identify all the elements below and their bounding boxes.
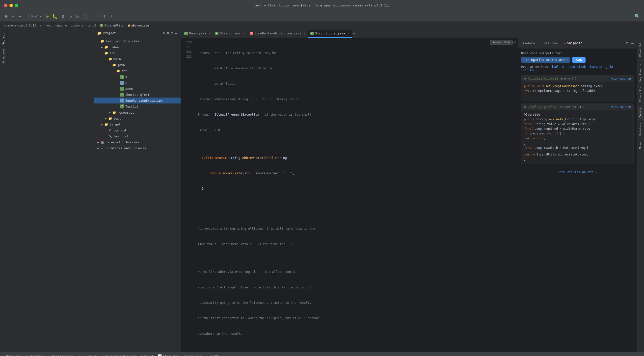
- tree-item-str[interactable]: ▾ 📁 str: [94, 68, 180, 74]
- side-right-tab-keypromoter[interactable]: Key Promoter: [638, 60, 643, 83]
- side-right-tab-maven[interactable]: Maven: [638, 139, 643, 151]
- method-link-isblank[interactable]: isBlank: [552, 65, 564, 68]
- bottom-tool-build[interactable]: ⚙ Build: [141, 354, 153, 356]
- tab-close-stringutils[interactable]: ×: [348, 32, 349, 35]
- toolbar-icon-extra[interactable]: ⚡: [109, 13, 114, 19]
- codota-settings-icon[interactable]: ⚙: [626, 41, 628, 45]
- minimize-button[interactable]: [10, 4, 13, 7]
- breadcrumb-lang3[interactable]: lang3: [87, 24, 96, 27]
- snippet-input-row: StringUtils.abbreviate × ADD: [521, 57, 634, 63]
- side-tab-project[interactable]: Project: [1, 31, 6, 46]
- sidebar-close-icon[interactable]: —: [174, 31, 178, 36]
- side-right-tab-plantuml[interactable]: Plant UML: [638, 40, 643, 59]
- maximize-button[interactable]: [15, 4, 18, 7]
- bottom-tool-profiler[interactable]: ⏱ Profiler: [26, 354, 44, 356]
- breadcrumb-commons[interactable]: commons: [71, 24, 84, 27]
- tab-close-demo[interactable]: ×: [208, 32, 210, 35]
- snippet-query-chip[interactable]: StringUtils.abbreviate ×: [521, 57, 570, 63]
- codota-tab-welcome[interactable]: Welcome: [542, 40, 559, 46]
- reader-mode-badge[interactable]: Reader Mode: [490, 40, 513, 45]
- bottom-tool-problems[interactable]: ⚠ Problems: [3, 354, 20, 356]
- side-right-tab-jclassfile[interactable]: JClassfile: [638, 84, 643, 105]
- breadcrumb-abbreviate[interactable]: ⬟ abbreviate: [128, 24, 149, 27]
- search-everywhere-button[interactable]: 🔍: [634, 14, 640, 19]
- tree-item-shortlongtest[interactable]: C ShortLongTest: [94, 92, 180, 97]
- tree-item-main[interactable]: ▾ 📁 main: [94, 56, 180, 62]
- build-icon: ⚙: [141, 354, 143, 356]
- bottom-tool-terminal[interactable]: ⬛ Terminal: [79, 354, 98, 356]
- github-icon-1: ⊙: [524, 77, 526, 80]
- method-link-join[interactable]: join: [606, 65, 613, 68]
- window-controls[interactable]: [4, 4, 18, 7]
- tab-string[interactable]: C String.java ×: [212, 30, 247, 38]
- repo-name-1[interactable]: Activiti/Activiti: [528, 77, 558, 80]
- method-link-isempty[interactable]: isEmpty: [590, 65, 602, 68]
- breadcrumb-jar[interactable]: commons-lang3-3.11.jar: [4, 24, 43, 27]
- coverage-button[interactable]: ⚙: [60, 13, 65, 19]
- tree-item-src[interactable]: ▾ 📁 src: [94, 50, 180, 56]
- snippet-query-clear[interactable]: ×: [566, 58, 568, 61]
- toolbar-stop-button[interactable]: ⬛: [82, 13, 90, 19]
- tree-item-resources[interactable]: ▶ 📁 resources: [94, 109, 180, 115]
- tree-item-iml[interactable]: 🔧 test.iml: [94, 133, 180, 139]
- sequence-icon: ⬡: [103, 354, 106, 356]
- toolbar-run-with[interactable]: ▷: [76, 13, 80, 19]
- tree-item-pom[interactable]: m pom.xml: [94, 127, 180, 133]
- code-body[interactable]: Params: str – the String to check, may b…: [194, 38, 518, 352]
- tree-item-target[interactable]: ▶ 📁 target: [94, 121, 180, 127]
- tree-item-scratches[interactable]: ▶ ✏ Scratches and Consoles: [94, 145, 180, 151]
- tree-item-demo[interactable]: C Demo: [94, 86, 180, 92]
- view-source-1[interactable]: view source: [611, 77, 631, 80]
- sidebar-collapse-icon[interactable]: ≡: [166, 31, 170, 36]
- toolbar-icon-1[interactable]: ≡: [4, 13, 9, 19]
- toolbar-icon-3[interactable]: ↪: [17, 13, 22, 19]
- run-button[interactable]: ▶: [46, 14, 49, 19]
- debug-button[interactable]: 🐛: [51, 13, 58, 19]
- tab-demo[interactable]: C Demo.java ×: [182, 30, 212, 38]
- breadcrumb-apache[interactable]: apache: [56, 24, 67, 27]
- repo-name-2[interactable]: Graylog2/graylog2-server: [528, 105, 571, 109]
- tree-item-test-folder[interactable]: ▶ 📁 test: [94, 115, 180, 121]
- view-source-2[interactable]: view source: [611, 105, 631, 109]
- bottom-tool-todo[interactable]: ☰ TODO: [206, 354, 218, 356]
- codota-tab-label[interactable]: Codota:: [521, 40, 539, 46]
- sidebar-locate-icon[interactable]: ⊙: [162, 31, 165, 36]
- codota-tab-snippets[interactable]: ★Snippets: [562, 40, 584, 46]
- editor-content: 220 221 222 223 Params: str – the String…: [181, 38, 518, 352]
- bottom-tool-sequence[interactable]: ⬡ Sequence Diagram: [103, 354, 136, 356]
- method-link-isnotblank[interactable]: isNotBlank: [568, 65, 586, 68]
- run-config-selector[interactable]: DEMO ▾: [28, 13, 44, 19]
- tree-item-test-root[interactable]: ▾ 📁 test ~/Working/test: [94, 38, 180, 44]
- github-icon-2: ⊙: [524, 105, 526, 109]
- sidebar-options-icon[interactable]: ⚙: [170, 31, 174, 36]
- tab-close-string[interactable]: ×: [243, 32, 245, 35]
- tree-item-B[interactable]: C B: [94, 80, 180, 86]
- side-right-tab-database[interactable]: Database: [638, 121, 643, 138]
- tree-item-java[interactable]: ▾ 📁 java: [94, 62, 180, 68]
- tab-stringutils[interactable]: C StringUtils.java ×: [308, 30, 352, 38]
- bottom-tool-services[interactable]: ⚙ Services: [184, 354, 202, 356]
- add-button[interactable]: ADD: [572, 57, 586, 63]
- tree-item-idea[interactable]: ▶ 📁 .idea: [94, 44, 180, 50]
- method-link-isnotem[interactable]: isNotEm...: [521, 68, 539, 72]
- close-button[interactable]: [4, 4, 8, 7]
- toolbar-icon-2[interactable]: ↩: [11, 13, 15, 19]
- side-tab-structure[interactable]: Structure: [1, 47, 6, 66]
- side-right-tab-codota[interactable]: Codota: [638, 106, 643, 120]
- breadcrumb-org[interactable]: org: [47, 24, 52, 27]
- toolbar-git-push[interactable]: ⬆: [102, 13, 107, 19]
- bottom-tool-statistic[interactable]: 📊 Statistic: [158, 354, 179, 356]
- codota-close-icon[interactable]: —: [631, 41, 634, 45]
- tree-item-extlibs[interactable]: ▶ 📚 External Libraries: [94, 139, 180, 145]
- tree-item-exception[interactable]: C SomeRuntimeException: [94, 97, 180, 103]
- tree-item-testcal[interactable]: C TestCal: [94, 103, 180, 109]
- tab-exception[interactable]: C SomeRuntimeException.java ×: [247, 30, 308, 38]
- bottom-tool-dependencies[interactable]: ◈ Dependencies: [49, 354, 74, 356]
- toolbar-git-update[interactable]: ⬇: [96, 13, 100, 19]
- breadcrumb-stringutils[interactable]: C StringUtils: [100, 24, 124, 27]
- show-web-link[interactable]: Show results on Web ↗: [521, 167, 634, 177]
- tab-close-exception[interactable]: ×: [304, 32, 306, 35]
- tabs-overflow-button[interactable]: ▾: [352, 32, 357, 36]
- profile-button[interactable]: ⏱: [67, 13, 74, 19]
- tree-item-A[interactable]: C A: [94, 74, 180, 80]
